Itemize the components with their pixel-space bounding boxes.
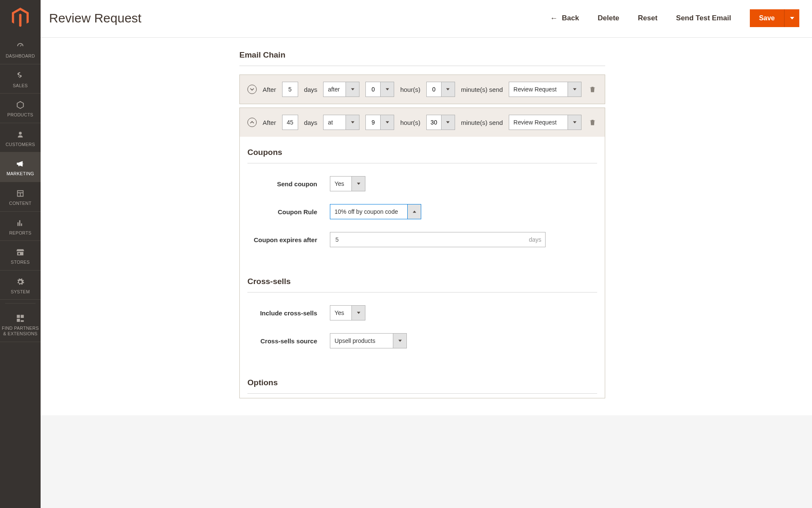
chevron-down-icon: [790, 16, 794, 20]
include-cross-sells-value: Yes: [330, 305, 352, 320]
nav-customers[interactable]: CUSTOMERS: [0, 123, 41, 153]
coupon-rule-select[interactable]: 10% off by coupon code: [330, 204, 421, 219]
save-dropdown-toggle[interactable]: [784, 9, 799, 27]
chevron-up-icon: [250, 120, 255, 125]
save-button[interactable]: Save: [750, 9, 784, 27]
hours-input[interactable]: [365, 115, 381, 130]
nav-label: CONTENT: [9, 201, 32, 206]
template-select[interactable]: Review Request: [509, 82, 582, 97]
collapse-toggle[interactable]: [247, 118, 257, 127]
trash-icon: [589, 86, 596, 93]
hours-select[interactable]: [365, 115, 394, 130]
delete-row-button[interactable]: [588, 85, 597, 94]
dashboard-icon: [16, 41, 25, 52]
minutes-select[interactable]: [426, 115, 455, 130]
delete-row-button[interactable]: [588, 118, 597, 127]
after-label: After: [263, 86, 276, 93]
days-label: days: [304, 119, 318, 126]
select-toggle[interactable]: [442, 115, 455, 130]
nav-content[interactable]: CONTENT: [0, 182, 41, 212]
send-test-email-button[interactable]: Send Test Email: [676, 14, 731, 22]
reset-button[interactable]: Reset: [638, 14, 657, 22]
section-coupons-title: Coupons: [247, 148, 597, 163]
section-cross-sells-title: Cross-sells: [247, 277, 597, 293]
nav-products[interactable]: PRODUCTS: [0, 94, 41, 123]
days-suffix: days: [529, 232, 541, 247]
select-toggle[interactable]: [442, 82, 455, 97]
storefront-icon: [16, 247, 25, 258]
delete-button[interactable]: Delete: [598, 14, 619, 22]
cross-sells-source-select[interactable]: Upsell products: [330, 333, 407, 348]
days-input[interactable]: [282, 115, 298, 130]
when-select[interactable]: after: [323, 82, 359, 97]
chevron-down-icon: [250, 87, 255, 92]
megaphone-icon: [16, 158, 25, 169]
select-toggle[interactable]: [346, 115, 359, 130]
hours-label: hour(s): [400, 86, 420, 93]
minutes-send-label: minute(s) send: [461, 86, 503, 93]
magento-logo[interactable]: [0, 0, 41, 35]
send-coupon-value: Yes: [330, 176, 352, 191]
days-label: days: [304, 86, 318, 93]
cross-sells-source-label: Cross-sells source: [247, 337, 330, 345]
back-label: Back: [562, 14, 579, 22]
send-coupon-label: Send coupon: [247, 180, 330, 188]
back-button[interactable]: ← Back: [550, 14, 579, 23]
admin-sidebar: DASHBOARD SALES PRODUCTS CUSTOMERS MARKE…: [0, 0, 41, 508]
hours-input[interactable]: [365, 82, 381, 97]
minutes-select[interactable]: [426, 82, 455, 97]
person-icon: [16, 129, 25, 140]
select-toggle[interactable]: [408, 204, 421, 219]
nav-sales[interactable]: SALES: [0, 64, 41, 94]
when-select[interactable]: at: [323, 115, 359, 130]
after-label: After: [263, 119, 276, 126]
template-select[interactable]: Review Request: [509, 115, 582, 130]
nav-system[interactable]: SYSTEM: [0, 271, 41, 300]
nav-label: STORES: [11, 260, 30, 265]
select-toggle[interactable]: [568, 82, 582, 97]
send-coupon-select[interactable]: Yes: [330, 176, 365, 191]
select-toggle[interactable]: [381, 82, 394, 97]
arrow-left-icon: ←: [550, 14, 558, 23]
select-toggle[interactable]: [568, 115, 582, 130]
chart-icon: [16, 218, 25, 229]
minutes-input[interactable]: [426, 115, 442, 130]
content: Email Chain After days after: [41, 38, 812, 415]
nav-marketing[interactable]: MARKETING: [0, 152, 41, 182]
hours-select[interactable]: [365, 82, 394, 97]
blocks-icon: [16, 313, 25, 324]
nav-stores[interactable]: STORES: [0, 241, 41, 271]
box-icon: [16, 99, 25, 110]
page-title: Review Request: [49, 11, 141, 25]
section-options-title: Options: [247, 378, 597, 394]
coupon-expires-label: Coupon expires after: [247, 236, 330, 243]
when-value: at: [323, 115, 346, 130]
minutes-input[interactable]: [426, 82, 442, 97]
sidebar-divider: [5, 303, 36, 304]
template-value: Review Request: [509, 115, 568, 130]
expand-toggle[interactable]: [247, 85, 257, 94]
select-toggle[interactable]: [381, 115, 394, 130]
trash-icon: [589, 119, 596, 126]
nav-label: PRODUCTS: [7, 112, 33, 118]
nav-label: DASHBOARD: [5, 53, 35, 59]
select-toggle[interactable]: [352, 305, 365, 320]
nav-reports[interactable]: REPORTS: [0, 212, 41, 241]
days-input[interactable]: [282, 82, 298, 97]
select-toggle[interactable]: [346, 82, 359, 97]
page-header: Review Request ← Back Delete Reset Send …: [41, 0, 812, 38]
nav-label: REPORTS: [9, 230, 32, 236]
nav-label: SALES: [13, 83, 27, 88]
email-chain-row: After days at hour(s): [239, 108, 605, 137]
email-chain-expanded-panel: Coupons Send coupon Yes: [239, 137, 605, 398]
nav-find-partners[interactable]: FIND PARTNERS & EXTENSIONS: [0, 307, 41, 342]
nav-dashboard[interactable]: DASHBOARD: [0, 35, 41, 64]
select-toggle[interactable]: [393, 333, 407, 348]
select-toggle[interactable]: [352, 176, 365, 191]
include-cross-sells-label: Include cross-sells: [247, 309, 330, 317]
nav-label: CUSTOMERS: [5, 142, 35, 147]
coupon-rule-label: Coupon Rule: [247, 208, 330, 215]
coupon-expires-input[interactable]: [330, 232, 546, 247]
nav-label: SYSTEM: [11, 289, 30, 295]
include-cross-sells-select[interactable]: Yes: [330, 305, 365, 320]
